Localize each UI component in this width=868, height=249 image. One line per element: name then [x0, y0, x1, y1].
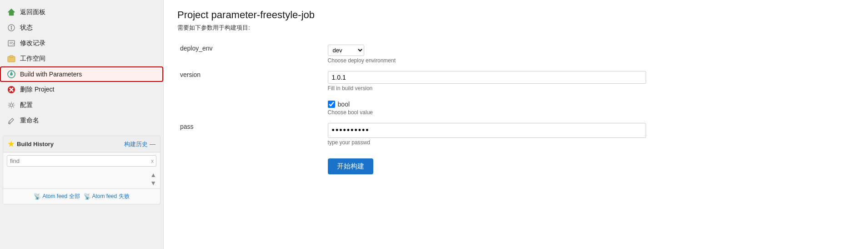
param-row-submit: 开始构建: [177, 149, 854, 178]
page-subtitle: 需要如下参数用于构建项目:: [177, 24, 854, 32]
submit-button[interactable]: 开始构建: [328, 158, 373, 174]
svg-point-3: [11, 26, 12, 27]
sidebar-item-delete[interactable]: 删除 Project: [0, 82, 163, 97]
atom-fail-link[interactable]: 📡 Atom feed 失败: [84, 193, 130, 200]
svg-rect-9: [10, 56, 13, 57]
param-value-deploy-env: dev staging prod Choose deploy environme…: [325, 41, 854, 67]
build-history-footer: 📡 Atom feed 全部 📡 Atom feed 失败: [3, 188, 160, 204]
bool-checkbox-label: bool: [338, 101, 350, 108]
atom-all-label: Atom feed 全部: [42, 193, 80, 200]
param-row-bool: bool Choose bool value: [177, 95, 854, 119]
atom-fail-label: Atom feed 失败: [92, 193, 130, 200]
param-label-pass: pass: [177, 119, 325, 149]
build-history-section: ★ Build History 构建历史 — x ▲ ▼ 📡 Atom feed…: [3, 136, 161, 204]
search-wrapper: x: [7, 155, 156, 167]
sidebar-item-label-build: Build with Parameters: [20, 71, 82, 78]
pass-input[interactable]: [328, 123, 646, 138]
param-value-version: Fill in build version: [325, 67, 854, 95]
param-help-bool: Choose bool value: [328, 109, 852, 116]
nav-down-icon[interactable]: ▼: [150, 179, 156, 187]
sidebar-item-config[interactable]: 配置: [0, 97, 163, 113]
build-history-link-label: 构建历史 —: [124, 140, 156, 148]
delete-icon: [6, 85, 16, 95]
sidebar-item-status[interactable]: 状态: [0, 20, 163, 36]
config-icon: [6, 100, 16, 110]
sidebar-item-label-delete: 删除 Project: [20, 86, 54, 94]
params-form: deploy_env dev staging prod Choose deplo…: [177, 41, 854, 178]
sidebar-item-label-status: 状态: [20, 24, 33, 32]
param-row-deploy-env: deploy_env dev staging prod Choose deplo…: [177, 41, 854, 67]
sidebar-item-rename[interactable]: 重命名: [0, 113, 163, 128]
param-help-pass: type your passwd: [328, 139, 852, 146]
param-help-deploy-env: Choose deploy environment: [328, 57, 852, 64]
sidebar-item-workspace[interactable]: 工作空间: [0, 51, 163, 66]
search-input[interactable]: [7, 155, 156, 167]
sidebar-item-label-rename: 重命名: [20, 117, 39, 125]
svg-point-16: [10, 104, 13, 107]
param-label-bool-empty: [177, 95, 325, 119]
sidebar: 返回面板 状态 修改记录 工: [0, 0, 164, 249]
svg-rect-4: [11, 27, 12, 30]
param-row-pass: pass type your passwd: [177, 119, 854, 149]
bool-row: bool: [328, 101, 852, 108]
version-input[interactable]: [328, 71, 646, 84]
sidebar-item-back[interactable]: 返回面板: [0, 5, 163, 20]
sidebar-item-label-config: 配置: [20, 101, 33, 109]
build-icon: [6, 69, 16, 79]
sidebar-item-changes[interactable]: 修改记录: [0, 36, 163, 51]
bool-checkbox[interactable]: [328, 101, 335, 108]
build-history-title-area: ★ Build History: [8, 140, 54, 148]
atom-all-link[interactable]: 📡 Atom feed 全部: [34, 193, 80, 200]
param-row-version: version Fill in build version: [177, 67, 854, 95]
sidebar-item-label-changes: 修改记录: [20, 39, 45, 47]
build-history-header: ★ Build History 构建历史 —: [3, 136, 160, 152]
param-value-bool: bool Choose bool value: [325, 95, 854, 119]
build-history-search-area: x: [3, 152, 160, 169]
build-history-link[interactable]: 构建历史 —: [124, 140, 156, 148]
star-icon: ★: [8, 140, 14, 148]
status-icon: [6, 23, 16, 33]
svg-marker-12: [10, 71, 12, 73]
param-help-version: Fill in build version: [328, 85, 852, 91]
workspace-icon: [6, 54, 16, 64]
atom-fail-icon: 📡: [84, 193, 91, 200]
svg-marker-0: [8, 9, 15, 15]
rename-icon: [6, 116, 16, 126]
param-value-pass: type your passwd: [325, 119, 854, 149]
param-label-version: version: [177, 67, 325, 95]
build-history-nav: ▲ ▼: [3, 169, 160, 188]
atom-all-icon: 📡: [34, 193, 41, 200]
param-label-deploy-env: deploy_env: [177, 41, 325, 67]
sidebar-item-label-back: 返回面板: [20, 8, 45, 16]
nav-up-icon[interactable]: ▲: [150, 171, 156, 178]
sidebar-item-label-workspace: 工作空间: [20, 55, 45, 63]
svg-rect-5: [8, 41, 15, 46]
home-icon: [6, 7, 16, 17]
changes-icon: [6, 38, 16, 48]
page-title: Project parameter-freestyle-job: [177, 9, 854, 21]
build-history-title-text: Build History: [17, 141, 54, 147]
deploy-env-select[interactable]: dev staging prod: [328, 45, 364, 56]
main-content: Project parameter-freestyle-job 需要如下参数用于…: [164, 0, 868, 249]
search-clear-icon[interactable]: x: [151, 158, 154, 164]
sidebar-item-build[interactable]: Build with Parameters: [0, 66, 163, 82]
